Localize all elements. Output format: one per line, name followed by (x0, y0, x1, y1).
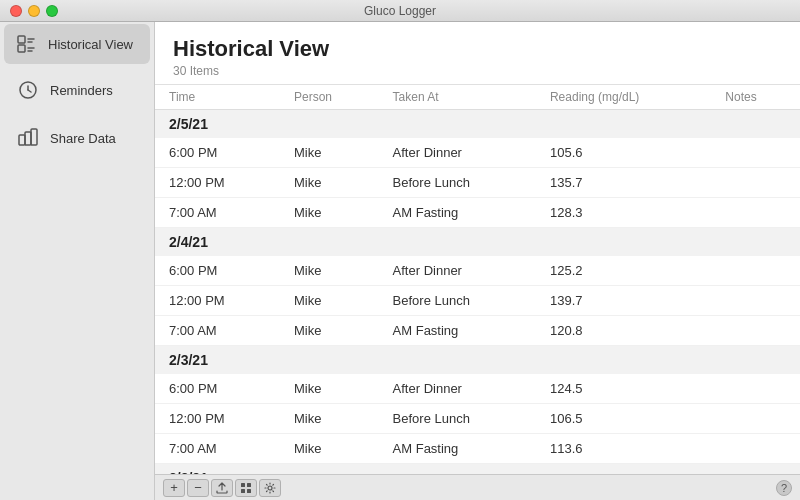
svg-rect-15 (247, 489, 251, 493)
col-person: Person (280, 85, 379, 110)
clock-icon (16, 78, 40, 102)
help-button[interactable]: ? (776, 480, 792, 496)
maximize-button[interactable] (46, 5, 58, 17)
table-row[interactable]: 6:00 PMMikeAfter Dinner124.5 (155, 374, 800, 404)
sidebar-item-historical-view[interactable]: Historical View (4, 24, 150, 64)
window-titlebar: Gluco Logger (0, 0, 800, 22)
col-time: Time (155, 85, 280, 110)
add-button[interactable]: + (163, 479, 185, 497)
table-wrapper[interactable]: Time Person Taken At Reading (mg/dL) Not… (155, 85, 800, 474)
svg-rect-14 (241, 489, 245, 493)
sidebar-item-label: Historical View (48, 37, 133, 52)
window-controls (10, 5, 58, 17)
svg-rect-11 (31, 129, 37, 145)
page-title: Historical View (173, 36, 782, 62)
table-row[interactable]: 7:00 AMMikeAM Fasting120.8 (155, 316, 800, 346)
item-count: 30 Items (173, 64, 782, 78)
minimize-button[interactable] (28, 5, 40, 17)
app-title: Gluco Logger (364, 4, 436, 18)
content-header: Historical View 30 Items (155, 22, 800, 85)
settings-button[interactable] (259, 479, 281, 497)
remove-button[interactable]: − (187, 479, 209, 497)
data-table: Time Person Taken At Reading (mg/dL) Not… (155, 85, 800, 474)
date-row: 2/5/21 (155, 110, 800, 139)
grid-button[interactable] (235, 479, 257, 497)
svg-rect-9 (19, 135, 25, 145)
sidebar-item-label: Share Data (50, 131, 116, 146)
table-row[interactable]: 6:00 PMMikeAfter Dinner105.6 (155, 138, 800, 168)
sidebar-item-share-data[interactable]: Share Data (4, 116, 150, 160)
svg-rect-0 (18, 36, 25, 43)
table-row[interactable]: 7:00 AMMikeAM Fasting113.6 (155, 434, 800, 464)
svg-rect-1 (18, 45, 25, 52)
col-notes: Notes (711, 85, 800, 110)
sidebar-item-label: Reminders (50, 83, 113, 98)
table-header-row: Time Person Taken At Reading (mg/dL) Not… (155, 85, 800, 110)
table-row[interactable]: 12:00 PMMikeBefore Lunch139.7 (155, 286, 800, 316)
date-row: 2/2/21 (155, 464, 800, 475)
svg-point-16 (268, 486, 272, 490)
sidebar-item-reminders[interactable]: Reminders (4, 68, 150, 112)
bottom-toolbar: + − (155, 474, 800, 500)
col-taken-at: Taken At (379, 85, 536, 110)
close-button[interactable] (10, 5, 22, 17)
content-area: Historical View 30 Items Time Person Tak… (155, 22, 800, 500)
list-icon (14, 32, 38, 56)
table-row[interactable]: 7:00 AMMikeAM Fasting128.3 (155, 198, 800, 228)
table-row[interactable]: 12:00 PMMikeBefore Lunch106.5 (155, 404, 800, 434)
table-row[interactable]: 6:00 PMMikeAfter Dinner125.2 (155, 256, 800, 286)
svg-rect-12 (241, 483, 245, 487)
sidebar: Historical View Reminders Share Data (0, 22, 155, 500)
app-body: Historical View Reminders Share Data (0, 22, 800, 500)
table-row[interactable]: 12:00 PMMikeBefore Lunch135.7 (155, 168, 800, 198)
svg-line-8 (28, 90, 31, 92)
svg-rect-13 (247, 483, 251, 487)
svg-rect-10 (25, 132, 31, 145)
upload-button[interactable] (211, 479, 233, 497)
col-reading: Reading (mg/dL) (536, 85, 711, 110)
share-icon (16, 126, 40, 150)
date-row: 2/4/21 (155, 228, 800, 257)
date-row: 2/3/21 (155, 346, 800, 375)
